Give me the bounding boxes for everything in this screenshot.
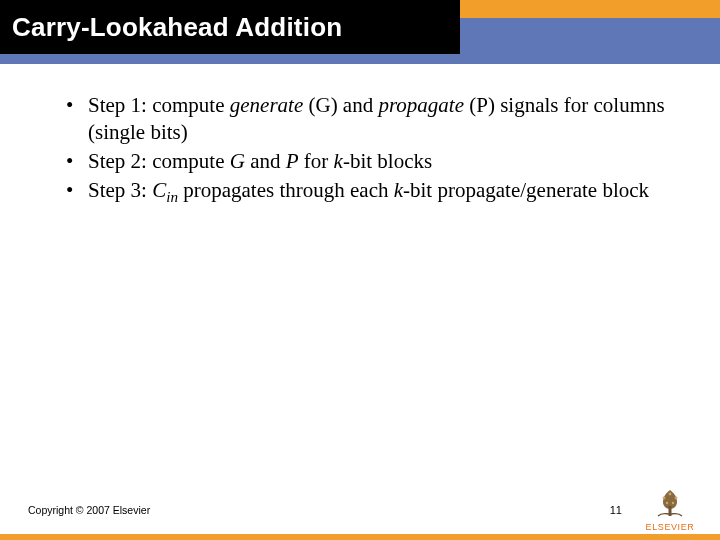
- bullet-list: Step 1: compute generate (G) and propaga…: [58, 92, 672, 207]
- text-italic: P: [286, 149, 299, 173]
- text-italic: k: [334, 149, 343, 173]
- svg-point-2: [663, 497, 666, 500]
- text-italic: C: [152, 178, 166, 202]
- footer-accent: [0, 534, 720, 540]
- publisher-logo: ELSEVIER: [638, 484, 702, 532]
- page-number: 11: [610, 504, 622, 516]
- list-item: Step 2: compute G and P for k-bit blocks: [58, 148, 672, 175]
- text-italic: G: [230, 149, 245, 173]
- text-italic: generate: [230, 93, 303, 117]
- text: -bit blocks: [343, 149, 432, 173]
- text: -bit propagate/generate block: [403, 178, 649, 202]
- slide-body: Step 1: compute generate (G) and propaga…: [0, 64, 720, 207]
- text: propagates through each: [178, 178, 394, 202]
- text: Step 1: compute: [88, 93, 230, 117]
- text-italic: k: [394, 178, 403, 202]
- svg-point-4: [669, 493, 672, 496]
- text: and: [245, 149, 286, 173]
- text: for: [299, 149, 334, 173]
- header-accent: [460, 0, 720, 18]
- text-italic: propagate: [378, 93, 464, 117]
- text: Step 2: compute: [88, 149, 230, 173]
- copyright-text: Copyright © 2007 Elsevier: [28, 504, 150, 516]
- publisher-name: ELSEVIER: [638, 522, 702, 532]
- list-item: Step 3: Cin propagates through each k-bi…: [58, 177, 672, 208]
- slide-title: Carry-Lookahead Addition: [12, 12, 342, 43]
- text: (G) and: [303, 93, 378, 117]
- elsevier-tree-icon: [652, 484, 688, 520]
- title-bar: Carry-Lookahead Addition: [0, 0, 720, 64]
- svg-point-6: [672, 502, 674, 504]
- list-item: Step 1: compute generate (G) and propaga…: [58, 92, 672, 146]
- text: Step 3:: [88, 178, 152, 202]
- title-block: Carry-Lookahead Addition: [0, 0, 460, 54]
- svg-point-3: [675, 497, 678, 500]
- svg-point-5: [666, 502, 668, 504]
- text-subscript: in: [166, 189, 178, 205]
- footer: Copyright © 2007 Elsevier 11 ELSEVIER: [0, 488, 720, 540]
